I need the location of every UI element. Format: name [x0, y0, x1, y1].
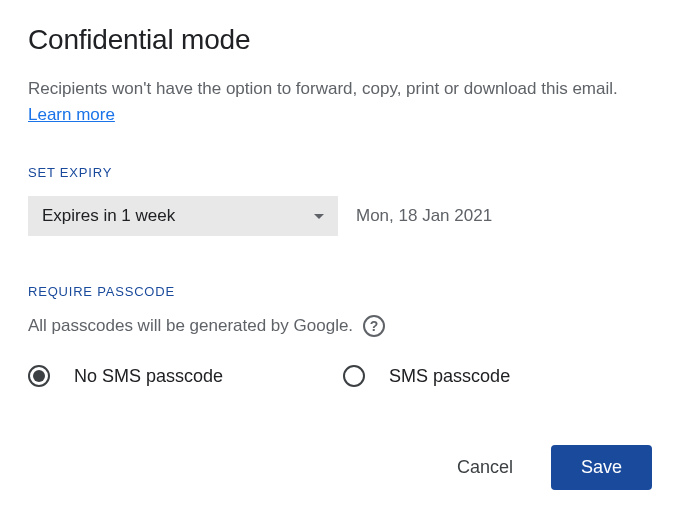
description-text: Recipients won't have the option to forw… [28, 79, 618, 98]
expiry-date: Mon, 18 Jan 2021 [356, 206, 492, 226]
dialog-button-row: Cancel Save [28, 445, 652, 490]
chevron-down-icon [314, 214, 324, 219]
dialog-description: Recipients won't have the option to forw… [28, 76, 652, 127]
learn-more-link[interactable]: Learn more [28, 105, 115, 124]
passcode-hint-text: All passcodes will be generated by Googl… [28, 316, 353, 336]
passcode-hint-row: All passcodes will be generated by Googl… [28, 315, 652, 337]
radio-icon [28, 365, 50, 387]
save-button[interactable]: Save [551, 445, 652, 490]
dialog-title: Confidential mode [28, 24, 652, 56]
radio-sms-passcode[interactable]: SMS passcode [343, 365, 510, 387]
cancel-button[interactable]: Cancel [439, 447, 531, 488]
passcode-radio-group: No SMS passcode SMS passcode [28, 365, 652, 387]
help-icon[interactable]: ? [363, 315, 385, 337]
expiry-dropdown-value: Expires in 1 week [42, 206, 175, 226]
radio-icon [343, 365, 365, 387]
radio-label: SMS passcode [389, 366, 510, 387]
radio-label: No SMS passcode [74, 366, 223, 387]
set-expiry-label: SET EXPIRY [28, 165, 652, 180]
expiry-row: Expires in 1 week Mon, 18 Jan 2021 [28, 196, 652, 236]
radio-selected-dot [33, 370, 45, 382]
expiry-dropdown[interactable]: Expires in 1 week [28, 196, 338, 236]
require-passcode-label: REQUIRE PASSCODE [28, 284, 652, 299]
radio-no-sms-passcode[interactable]: No SMS passcode [28, 365, 223, 387]
